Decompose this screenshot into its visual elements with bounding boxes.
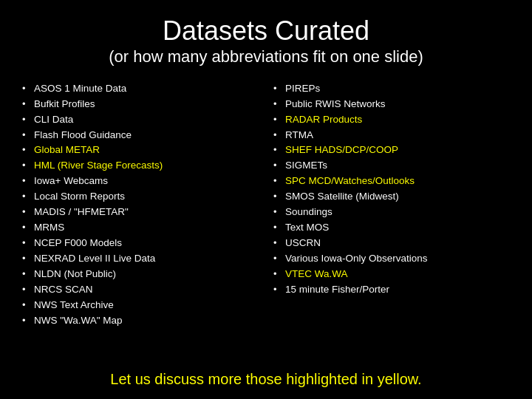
- list-item: •15 minute Fisher/Porter: [273, 282, 510, 298]
- item-text: NEXRAD Level II Live Data: [34, 251, 259, 267]
- bullet: •: [273, 174, 285, 188]
- list-item: •Flash Flood Guidance: [22, 128, 259, 143]
- bullet: •: [273, 236, 285, 250]
- list-item: •Local Storm Reports: [22, 189, 259, 205]
- list-item: •HML (River Stage Forecasts): [22, 158, 259, 174]
- item-text: HML (River Stage Forecasts): [34, 158, 259, 174]
- item-text: NRCS SCAN: [34, 282, 259, 298]
- list-item: •Bufkit Profiles: [22, 97, 259, 112]
- item-text: Iowa+ Webcams: [34, 174, 259, 189]
- list-item: •NRCS SCAN: [22, 282, 259, 298]
- item-text: SPC MCD/Watches/Outlooks: [285, 174, 510, 189]
- bullet: •: [273, 81, 285, 96]
- item-text: SHEF HADS/DCP/COOP: [285, 143, 510, 158]
- bullet: •: [22, 267, 34, 282]
- list-item: •SHEF HADS/DCP/COOP: [273, 143, 510, 158]
- item-text: NCEP F000 Models: [34, 236, 259, 251]
- item-text: NWS "Wa.WA" Map: [34, 313, 259, 329]
- item-text: USCRN: [285, 236, 510, 251]
- bullet: •: [22, 313, 34, 328]
- item-text: SMOS Satellite (Midwest): [285, 189, 510, 205]
- bullet: •: [273, 267, 285, 282]
- bullet: •: [273, 205, 285, 219]
- list-item: •PIREPs: [273, 81, 510, 97]
- content-columns: •ASOS 1 Minute Data•Bufkit Profiles•CLI …: [22, 81, 510, 359]
- bullet: •: [273, 220, 285, 235]
- list-item: •NWS "Wa.WA" Map: [22, 313, 259, 329]
- item-text: ASOS 1 Minute Data: [34, 81, 259, 97]
- bullet: •: [22, 81, 34, 96]
- item-text: Soundings: [285, 205, 510, 220]
- main-title: Datasets Curated: [109, 15, 423, 47]
- bullet: •: [273, 97, 285, 112]
- item-text: 15 minute Fisher/Porter: [285, 282, 510, 298]
- list-item: •NLDN (Not Public): [22, 267, 259, 282]
- right-column: •PIREPs•Public RWIS Networks•RADAR Produ…: [273, 81, 510, 359]
- title-block: Datasets Curated (or how many abbreviati…: [109, 15, 423, 68]
- list-item: •NEXRAD Level II Live Data: [22, 251, 259, 267]
- item-text: Global METAR: [34, 143, 259, 158]
- bullet: •: [22, 143, 34, 157]
- list-item: •NCEP F000 Models: [22, 236, 259, 251]
- list-item: •Global METAR: [22, 143, 259, 158]
- bullet: •: [22, 282, 34, 297]
- item-text: MRMS: [34, 220, 259, 236]
- bullet: •: [22, 128, 34, 143]
- list-item: •USCRN: [273, 236, 510, 251]
- item-text: MADIS / "HFMETAR": [34, 205, 259, 220]
- item-text: RADAR Products: [285, 112, 510, 128]
- item-text: CLI Data: [34, 112, 259, 128]
- item-text: Public RWIS Networks: [285, 97, 510, 112]
- bullet: •: [22, 220, 34, 235]
- list-item: •Text MOS: [273, 220, 510, 236]
- item-text: VTEC Wa.WA: [285, 267, 510, 282]
- item-text: NWS Text Archive: [34, 298, 259, 313]
- footer-text: Let us discuss more those highlighted in…: [110, 371, 421, 388]
- bullet: •: [273, 158, 285, 173]
- list-item: •Various Iowa-Only Observations: [273, 251, 510, 267]
- list-item: •Iowa+ Webcams: [22, 174, 259, 189]
- list-item: •SIGMETs: [273, 158, 510, 174]
- list-item: •MADIS / "HFMETAR": [22, 205, 259, 220]
- item-text: Flash Flood Guidance: [34, 128, 259, 143]
- bullet: •: [22, 236, 34, 250]
- bullet: •: [22, 97, 34, 112]
- list-item: •RTMA: [273, 128, 510, 143]
- list-item: •Soundings: [273, 205, 510, 220]
- list-item: •NWS Text Archive: [22, 298, 259, 313]
- bullet: •: [273, 128, 285, 143]
- list-item: •MRMS: [22, 220, 259, 236]
- list-item: •Public RWIS Networks: [273, 97, 510, 112]
- bullet: •: [22, 251, 34, 266]
- bullet: •: [273, 143, 285, 157]
- sub-title: (or how many abbreviations fit on one sl…: [109, 47, 423, 68]
- list-item: •ASOS 1 Minute Data: [22, 81, 259, 97]
- bullet: •: [22, 205, 34, 219]
- item-text: Various Iowa-Only Observations: [285, 251, 510, 267]
- bullet: •: [22, 112, 34, 127]
- item-text: NLDN (Not Public): [34, 267, 259, 282]
- bullet: •: [273, 189, 285, 204]
- bullet: •: [273, 251, 285, 266]
- list-item: •VTEC Wa.WA: [273, 267, 510, 282]
- list-item: •SMOS Satellite (Midwest): [273, 189, 510, 205]
- bullet: •: [273, 112, 285, 127]
- bullet: •: [273, 282, 285, 297]
- item-text: Bufkit Profiles: [34, 97, 259, 112]
- item-text: SIGMETs: [285, 158, 510, 174]
- bullet: •: [22, 298, 34, 313]
- bullet: •: [22, 158, 34, 173]
- list-item: •CLI Data: [22, 112, 259, 128]
- item-text: Text MOS: [285, 220, 510, 236]
- left-column: •ASOS 1 Minute Data•Bufkit Profiles•CLI …: [22, 81, 259, 359]
- bullet: •: [22, 174, 34, 188]
- item-text: RTMA: [285, 128, 510, 143]
- list-item: •SPC MCD/Watches/Outlooks: [273, 174, 510, 189]
- item-text: Local Storm Reports: [34, 189, 259, 205]
- list-item: •RADAR Products: [273, 112, 510, 128]
- bullet: •: [22, 189, 34, 204]
- item-text: PIREPs: [285, 81, 510, 97]
